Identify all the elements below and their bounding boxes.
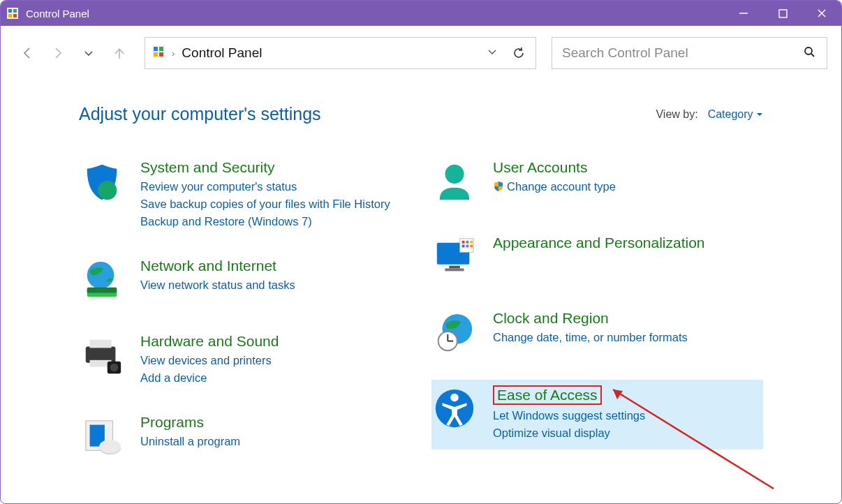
category-hardware-and-sound: Hardware and Sound View devices and prin… [79,327,411,394]
svg-rect-37 [462,245,465,248]
svg-rect-35 [466,241,468,244]
category-link[interactable]: Add a device [140,371,279,385]
globe-icon [79,258,125,304]
category-title[interactable]: Ease of Access [493,385,602,405]
svg-rect-19 [87,288,117,293]
svg-point-28 [99,440,121,453]
monitor-icon [431,235,478,281]
category-appearance-and-personalization: Appearance and Personalization [431,229,763,290]
category-link[interactable]: Change date, time, or number formats [493,331,688,344]
svg-point-45 [450,394,459,402]
svg-rect-3 [8,14,12,17]
window-controls [724,1,841,26]
svg-rect-12 [154,52,158,57]
svg-rect-11 [159,47,163,51]
forward-button[interactable] [45,40,71,66]
titlebar: Control Panel [1,1,841,26]
svg-line-15 [811,54,814,57]
svg-point-17 [87,262,115,289]
recent-locations-dropdown[interactable] [76,40,101,66]
category-clock-and-region: Clock and Region Change date, time, or n… [431,304,763,366]
category-ease-of-access: Ease of Access Let Windows suggest setti… [431,380,763,450]
printer-icon [79,333,125,379]
category-link[interactable]: Uninstall a program [140,435,240,448]
svg-point-14 [805,47,812,54]
user-icon [431,159,478,205]
minimize-button[interactable] [724,1,763,26]
category-link[interactable]: Optimize visual display [493,427,645,440]
breadcrumb-location[interactable]: Control Panel [182,45,475,61]
svg-rect-10 [154,47,158,51]
svg-rect-39 [470,245,473,248]
category-link[interactable]: Save backup copies of your files with Fi… [140,198,390,211]
control-panel-icon [6,7,19,20]
svg-rect-2 [13,9,17,13]
svg-point-29 [445,165,464,184]
category-link[interactable]: Change account type [493,180,616,195]
address-history-dropdown[interactable] [482,47,502,59]
category-title[interactable]: User Accounts [493,159,616,176]
breadcrumb-separator-icon: › [172,48,175,59]
svg-rect-13 [159,52,163,57]
category-link[interactable]: Backup and Restore (Windows 7) [140,215,390,228]
shield-icon [79,159,125,205]
page-heading: Adjust your computer's settings [79,104,321,124]
category-title[interactable]: Programs [140,414,240,431]
search-icon[interactable] [801,46,817,60]
close-button[interactable] [802,1,841,26]
category-link[interactable]: View network status and tasks [140,279,295,292]
up-button[interactable] [107,40,132,66]
category-title[interactable]: Network and Internet [140,258,295,274]
back-button[interactable] [15,40,40,66]
clock-globe-icon [431,310,478,356]
refresh-button[interactable] [509,46,529,60]
view-by-dropdown[interactable]: Category [708,108,763,121]
toolbar: › Control Panel [1,26,841,80]
maximize-button[interactable] [763,1,802,26]
view-by-label: View by: [656,108,697,121]
category-system-and-security: System and Security Review your computer… [79,154,411,238]
svg-rect-6 [779,10,787,17]
category-user-accounts: User Accounts Change account type [431,154,763,215]
category-network-and-internet: Network and Internet View network status… [79,252,411,313]
category-link[interactable]: View devices and printers [140,354,279,367]
address-bar[interactable]: › Control Panel [145,37,536,69]
uac-shield-icon [493,181,504,195]
svg-rect-36 [470,241,473,244]
search-input[interactable] [562,45,801,61]
address-icon [152,45,165,61]
view-by: View by: Category [656,108,763,121]
svg-rect-1 [8,9,12,13]
category-title[interactable]: Hardware and Sound [140,333,279,350]
programs-icon [79,414,125,460]
window-title: Control Panel [26,8,89,20]
category-title[interactable]: System and Security [140,159,390,176]
svg-point-24 [110,364,119,372]
category-title[interactable]: Clock and Region [493,310,688,327]
svg-point-16 [98,181,117,200]
category-title[interactable]: Appearance and Personalization [493,235,705,251]
svg-rect-21 [90,340,112,348]
category-link[interactable]: Let Windows suggest settings [493,409,645,422]
search-box[interactable] [552,37,827,69]
svg-rect-32 [445,269,464,272]
category-programs: Programs Uninstall a program [79,408,411,470]
svg-rect-4 [13,14,17,17]
svg-rect-31 [449,266,460,269]
category-link[interactable]: Review your computer's status [140,180,390,193]
content-area: Adjust your computer's settings View by:… [1,80,841,491]
svg-rect-38 [466,245,468,248]
svg-rect-34 [462,241,465,244]
accessibility-icon [431,385,478,431]
